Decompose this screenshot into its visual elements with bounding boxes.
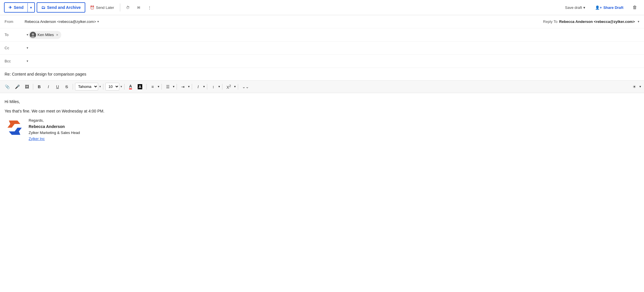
share-draft-button[interactable]: 👤+ Share Draft — [592, 3, 627, 12]
from-value: Rebecca Anderson <rebecca@zylker.com> — [25, 19, 96, 24]
signature-company[interactable]: Zylker Inc — [29, 136, 80, 142]
mic-button[interactable]: 🎤 — [13, 83, 22, 90]
fmt-divider-5 — [146, 84, 147, 90]
more-format-icon: ⌄⌄ — [242, 84, 249, 89]
fmt-divider-3 — [103, 84, 103, 90]
list-button[interactable]: ☰ — [164, 83, 172, 90]
share-icon: 👤+ — [595, 5, 602, 10]
align-button[interactable]: ≡ — [149, 83, 157, 90]
send-dropdown-button[interactable]: ▾ — [27, 3, 34, 12]
mic-icon: 🎤 — [15, 84, 20, 89]
bcc-dropdown[interactable]: ▾ — [27, 59, 28, 63]
line-height-icon: ↕ — [212, 84, 214, 89]
reply-to-value: Rebecca Anderson <rebecca@zylker.com> — [559, 19, 635, 24]
fontsize-dropdown-icon: ▾ — [120, 85, 122, 88]
cc-dropdown[interactable]: ▾ — [27, 46, 28, 50]
to-label-group: To ▾ — [5, 33, 28, 37]
font-family-select[interactable]: Tahoma — [75, 83, 98, 90]
fmt-divider-7 — [177, 84, 177, 90]
list-dropdown[interactable]: ▾ — [173, 85, 175, 88]
avatar — [30, 32, 36, 38]
text-style-icon: I — [197, 84, 199, 89]
indent-button[interactable]: ⇥ — [179, 83, 187, 90]
fmt-divider-1 — [33, 84, 33, 90]
email-body[interactable]: Hi Miles, Yes that’s fine. We can meet o… — [0, 93, 644, 179]
more-format-button[interactable]: ⌄⌄ — [240, 83, 251, 90]
send-and-archive-button[interactable]: 🗂 Send and Archive — [37, 2, 85, 13]
italic-button[interactable]: I — [44, 83, 52, 90]
reply-to-label: Reply To — [543, 19, 557, 24]
to-label: To — [5, 33, 25, 37]
send-later-button[interactable]: ⏰ Send Later — [87, 3, 117, 12]
super-dropdown[interactable]: ▾ — [234, 85, 236, 88]
font-color-icon: A — [129, 84, 132, 89]
fmt-divider-4 — [124, 84, 125, 90]
bcc-label: Bcc — [5, 59, 25, 63]
align-dropdown[interactable]: ▾ — [158, 85, 159, 88]
from-row: From Rebecca Anderson <rebecca@zylker.co… — [0, 15, 644, 28]
indent-dropdown[interactable]: ▾ — [188, 85, 190, 88]
fmt-divider-8 — [192, 84, 192, 90]
divider-1 — [120, 3, 120, 11]
subject-text: Re: Content and design for comparison pa… — [5, 72, 86, 76]
more-options-button[interactable]: ⋮ — [145, 3, 154, 12]
fmt-divider-11 — [238, 84, 238, 90]
fmt-divider-6 — [161, 84, 162, 90]
envelope-icon: ✉ — [137, 5, 140, 10]
share-draft-label: Share Draft — [603, 5, 623, 10]
envelope-button[interactable]: ✉ — [134, 3, 143, 12]
trash-icon: 🗑 — [633, 5, 637, 10]
body-greeting: Hi Miles, — [5, 99, 639, 105]
alarm-icon: ⏱ — [126, 5, 130, 10]
superscript-icon: X2 — [226, 84, 231, 90]
image-icon: 🖼 — [25, 84, 29, 89]
send-button[interactable]: ✈ Send — [5, 3, 27, 12]
text-style-button[interactable]: I — [194, 83, 202, 90]
email-fields: From Rebecca Anderson <rebecca@zylker.co… — [0, 15, 644, 81]
chevron-down-icon: ▾ — [30, 5, 32, 10]
bcc-row[interactable]: Bcc ▾ — [0, 55, 644, 68]
line-height-dropdown[interactable]: ▾ — [218, 85, 220, 88]
send-button-group: ✈ Send ▾ — [4, 2, 35, 13]
format-toolbar: 📎 🎤 🖼 B I U S Tahoma ▾ 10 ▾ A A ≡ ▾ ☰ — [0, 81, 644, 93]
font-color-button[interactable]: A — [127, 82, 135, 91]
zylker-logo — [5, 118, 25, 138]
attach-icon: 📎 — [5, 84, 10, 89]
line-height-button[interactable]: ↕ — [209, 83, 217, 90]
save-draft-chevron: ▾ — [583, 5, 585, 10]
archive-icon: 🗂 — [41, 5, 45, 10]
font-dropdown-icon: ▾ — [99, 85, 101, 88]
highlight-icon: A — [138, 84, 142, 89]
fmt-divider-2 — [73, 84, 73, 90]
cc-row[interactable]: Cc ▾ — [0, 42, 644, 55]
brightness-icon: ☀ — [633, 84, 636, 89]
send-archive-label: Send and Archive — [47, 5, 81, 10]
reply-to-dropdown[interactable]: ▾ — [638, 20, 639, 23]
bold-button[interactable]: B — [35, 83, 43, 90]
signature-text: Regards, Rebecca Anderson Zylker Marketi… — [29, 118, 80, 142]
save-draft-button[interactable]: Save draft ▾ — [562, 3, 589, 12]
more-icon: ⋮ — [148, 5, 151, 10]
delete-button[interactable]: 🗑 — [630, 3, 640, 12]
text-style-dropdown[interactable]: ▾ — [203, 85, 205, 88]
underline-button[interactable]: U — [54, 83, 62, 90]
theme-button[interactable]: ☀ — [630, 83, 638, 90]
recipient-name: Ken Miles — [37, 33, 54, 37]
attach-button[interactable]: 📎 — [3, 83, 12, 90]
alarm-button[interactable]: ⏱ — [123, 3, 133, 12]
font-size-select[interactable]: 10 — [105, 83, 119, 90]
from-label: From — [5, 19, 25, 24]
avatar-image — [30, 32, 36, 38]
save-draft-label: Save draft — [565, 5, 582, 10]
superscript-button[interactable]: X2 — [224, 82, 233, 91]
to-row: To ▾ Ken Miles × — [0, 28, 644, 42]
remove-recipient-button[interactable]: × — [56, 33, 58, 37]
theme-dropdown[interactable]: ▾ — [639, 85, 641, 88]
image-button[interactable]: 🖼 — [23, 83, 31, 90]
highlight-button[interactable]: A — [136, 83, 144, 91]
strikethrough-button[interactable]: S — [63, 83, 71, 90]
send-icon: ✈ — [9, 5, 12, 10]
from-dropdown[interactable]: ▾ — [97, 20, 99, 23]
cc-label: Cc — [5, 46, 25, 50]
send-later-label: Send Later — [96, 5, 114, 10]
